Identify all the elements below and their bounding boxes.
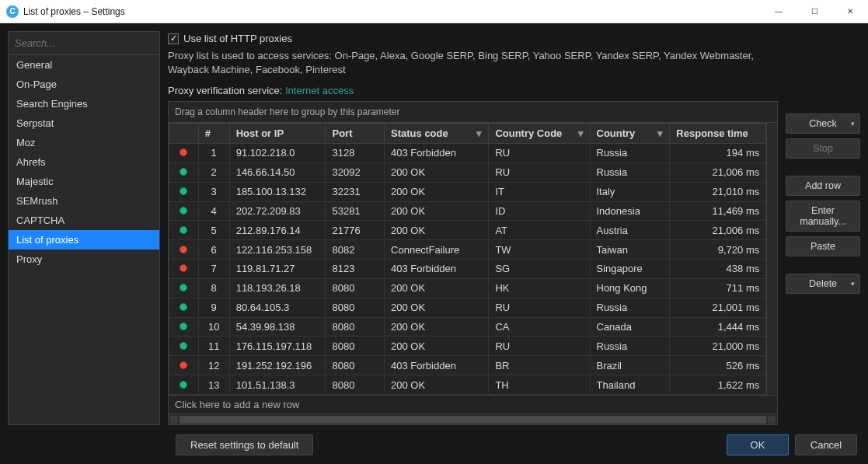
cell-index: 1: [198, 144, 229, 163]
cell-host: 80.64.105.3: [229, 298, 326, 317]
cell-status: 200 OK: [385, 162, 489, 182]
enter-manually-button[interactable]: Enter manually...: [786, 201, 860, 232]
cell-index: 10: [198, 317, 229, 337]
cell-index: 6: [198, 240, 229, 260]
chevron-down-icon: ▾: [851, 280, 855, 288]
sidebar-item-moz[interactable]: Moz: [9, 133, 159, 152]
vertical-scrollbar[interactable]: [766, 123, 777, 395]
col-status-code[interactable]: Status code▾: [385, 124, 489, 144]
table-row[interactable]: 6122.116.253.1588082ConnectFailureTWTaiw…: [169, 240, 766, 260]
col-country-code[interactable]: Country Code▾: [489, 124, 590, 144]
cell-country-code: SG: [489, 260, 590, 279]
col-index[interactable]: #: [198, 124, 229, 144]
col-status-dot[interactable]: [169, 124, 199, 144]
table-row[interactable]: 2146.66.14.5032092200 OKRURussia21,006 m…: [169, 162, 766, 182]
cell-host: 119.81.71.27: [229, 260, 326, 279]
sidebar-item-on-page[interactable]: On-Page: [9, 75, 159, 94]
table-row[interactable]: 191.102.218.03128403 ForbiddenRURussia19…: [169, 144, 766, 163]
cell-host: 118.193.26.18: [229, 278, 326, 298]
cell-response-time: 21,010 ms: [670, 182, 766, 201]
delete-button[interactable]: Delete▾: [786, 274, 860, 294]
minimize-button[interactable]: —: [761, 0, 797, 23]
table-row[interactable]: 13101.51.138.38080200 OKTHThailand1,622 …: [169, 375, 766, 395]
cell-index: 9: [198, 298, 229, 317]
sidebar-item-general[interactable]: General: [9, 55, 159, 75]
cell-host: 91.102.218.0: [229, 144, 326, 163]
cell-response-time: 1,444 ms: [670, 317, 766, 337]
horizontal-scrollbar[interactable]: [169, 413, 777, 424]
cell-status: 200 OK: [385, 337, 489, 356]
table-row[interactable]: 7119.81.71.278123403 ForbiddenSGSingapor…: [169, 260, 766, 279]
filter-icon[interactable]: ▾: [476, 127, 482, 139]
cell-status: 200 OK: [385, 317, 489, 337]
status-dot-icon: [180, 226, 187, 234]
status-dot-icon: [180, 264, 187, 272]
sidebar-item-proxy[interactable]: Proxy: [9, 249, 159, 269]
cell-country-code: RU: [489, 337, 590, 356]
cell-port: 21776: [326, 221, 385, 240]
proxy-table[interactable]: # Host or IP Port Status code▾ Country C…: [169, 123, 766, 395]
cell-status: 200 OK: [385, 278, 489, 298]
filter-icon[interactable]: ▾: [578, 127, 584, 139]
cell-index: 4: [198, 201, 229, 221]
sidebar-item-serpstat[interactable]: Serpstat: [9, 113, 159, 133]
table-row[interactable]: 11176.115.197.1188080200 OKRURussia21,00…: [169, 337, 766, 356]
sidebar-item-ahrefs[interactable]: Ahrefs: [9, 152, 159, 172]
cell-country-code: HK: [489, 278, 590, 298]
cell-index: 5: [198, 221, 229, 240]
verify-service-link[interactable]: Internet access: [285, 85, 354, 96]
table-row[interactable]: 3185.100.13.13232231200 OKITItaly21,010 …: [169, 182, 766, 201]
search-input[interactable]: [15, 35, 153, 51]
cell-status: 403 Forbidden: [385, 356, 489, 375]
table-row[interactable]: 4202.72.209.8353281200 OKIDIndonesia11,4…: [169, 201, 766, 221]
stop-button[interactable]: Stop: [786, 138, 860, 159]
filter-icon[interactable]: ▾: [657, 127, 663, 139]
col-country[interactable]: Country▾: [590, 124, 670, 144]
cell-country: Austria: [590, 221, 670, 240]
proxy-table-wrap: Drag a column header here to group by th…: [168, 101, 778, 425]
cell-host: 185.100.13.132: [229, 182, 326, 201]
add-row-button[interactable]: Add row: [786, 176, 860, 196]
table-row[interactable]: 980.64.105.38080200 OKRURussia21,001 ms: [169, 298, 766, 317]
col-response-time[interactable]: Response time: [670, 124, 766, 144]
status-dot-icon: [180, 284, 187, 291]
col-port[interactable]: Port: [326, 124, 385, 144]
check-button[interactable]: Check▾: [786, 113, 860, 134]
cell-response-time: 21,000 ms: [670, 337, 766, 356]
col-host[interactable]: Host or IP: [229, 124, 326, 144]
add-row-inline[interactable]: Click here to add a new row: [169, 395, 777, 413]
paste-button[interactable]: Paste: [786, 236, 860, 256]
verify-label: Proxy verification service:: [168, 85, 285, 96]
table-row[interactable]: 8118.193.26.188080200 OKHKHong Kong711 m…: [169, 278, 766, 298]
table-row[interactable]: 12191.252.192.1968080403 ForbiddenBRBraz…: [169, 356, 766, 375]
chevron-down-icon: ▾: [851, 120, 855, 127]
table-row[interactable]: 1054.39.98.1388080200 OKCACanada1,444 ms: [169, 317, 766, 337]
cell-host: 122.116.253.158: [229, 240, 326, 260]
status-dot-icon: [180, 187, 187, 195]
cell-country: Russia: [590, 144, 670, 163]
cell-country-code: IT: [489, 182, 590, 201]
table-row[interactable]: 5212.89.176.1421776200 OKATAustria21,006…: [169, 221, 766, 240]
sidebar-item-list-of-proxies[interactable]: List of proxies: [9, 230, 159, 249]
group-by-bar[interactable]: Drag a column header here to group by th…: [169, 102, 777, 123]
cell-status: 200 OK: [385, 201, 489, 221]
maximize-button[interactable]: ☐: [797, 0, 832, 23]
sidebar-item-majestic[interactable]: Majestic: [9, 172, 159, 191]
cell-response-time: 11,469 ms: [670, 201, 766, 221]
status-dot-icon: [180, 381, 187, 389]
sidebar-item-captcha[interactable]: CAPTCHA: [9, 211, 159, 230]
sidebar-item-semrush[interactable]: SEMrush: [9, 191, 159, 211]
settings-category-list: GeneralOn-PageSearch EnginesSerpstatMozA…: [9, 55, 159, 269]
close-button[interactable]: ✕: [832, 0, 868, 23]
sidebar-search[interactable]: [9, 32, 159, 55]
cancel-button[interactable]: Cancel: [795, 434, 857, 455]
status-dot-icon: [180, 342, 187, 350]
cell-index: 13: [198, 375, 229, 395]
sidebar-item-search-engines[interactable]: Search Engines: [9, 94, 159, 113]
cell-country-code: ID: [489, 201, 590, 221]
reset-settings-button[interactable]: Reset settings to default: [176, 434, 313, 455]
cell-country: Russia: [590, 298, 670, 317]
ok-button[interactable]: OK: [727, 434, 789, 455]
cell-port: 8080: [326, 337, 385, 356]
use-proxy-list-checkbox[interactable]: ✓: [168, 33, 179, 44]
